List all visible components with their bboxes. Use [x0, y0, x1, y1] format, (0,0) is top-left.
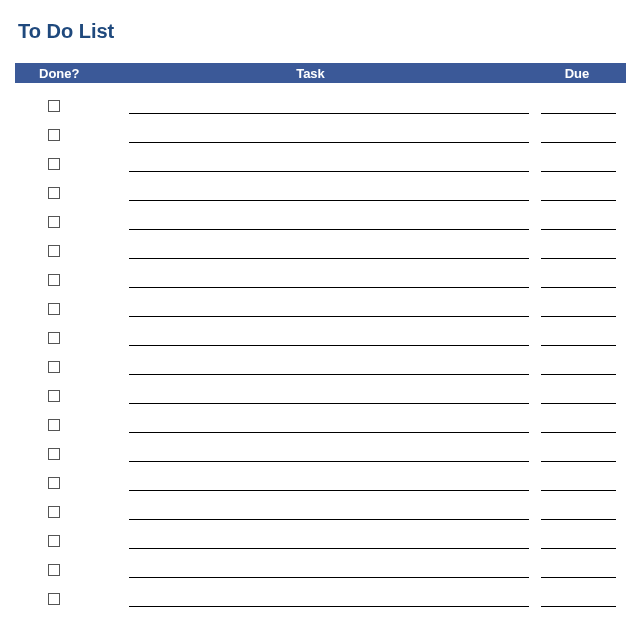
due-input-line[interactable] [541, 200, 616, 201]
task-input-line[interactable] [129, 461, 529, 462]
done-checkbox[interactable] [48, 100, 60, 112]
page-title: To Do List [18, 20, 626, 43]
header-task: Task [89, 66, 532, 81]
due-input-line[interactable] [541, 258, 616, 259]
task-input-line[interactable] [129, 374, 529, 375]
task-input-line[interactable] [129, 200, 529, 201]
done-checkbox[interactable] [48, 158, 60, 170]
due-input-line[interactable] [541, 229, 616, 230]
task-input-line[interactable] [129, 606, 529, 607]
done-cell [19, 526, 89, 555]
done-cell [19, 410, 89, 439]
table-row [15, 207, 626, 236]
done-checkbox[interactable] [48, 477, 60, 489]
done-cell [19, 555, 89, 584]
table-row [15, 555, 626, 584]
table-row [15, 468, 626, 497]
task-input-line[interactable] [129, 316, 529, 317]
done-checkbox[interactable] [48, 129, 60, 141]
task-input-line[interactable] [129, 171, 529, 172]
due-input-line[interactable] [541, 548, 616, 549]
task-input-line[interactable] [129, 490, 529, 491]
due-input-line[interactable] [541, 171, 616, 172]
done-cell [19, 468, 89, 497]
done-checkbox[interactable] [48, 593, 60, 605]
due-input-line[interactable] [541, 519, 616, 520]
table-row [15, 584, 626, 613]
task-input-line[interactable] [129, 229, 529, 230]
done-cell [19, 323, 89, 352]
task-input-line[interactable] [129, 345, 529, 346]
done-cell [19, 120, 89, 149]
table-row [15, 439, 626, 468]
due-input-line[interactable] [541, 142, 616, 143]
done-cell [19, 294, 89, 323]
done-cell [19, 497, 89, 526]
due-input-line[interactable] [541, 374, 616, 375]
due-input-line[interactable] [541, 577, 616, 578]
due-input-line[interactable] [541, 490, 616, 491]
done-cell [19, 91, 89, 120]
header-due: Due [532, 66, 622, 81]
due-input-line[interactable] [541, 316, 616, 317]
done-checkbox[interactable] [48, 245, 60, 257]
done-checkbox[interactable] [48, 187, 60, 199]
done-checkbox[interactable] [48, 535, 60, 547]
table-row [15, 265, 626, 294]
done-checkbox[interactable] [48, 419, 60, 431]
done-cell [19, 178, 89, 207]
table-row [15, 91, 626, 120]
table-row [15, 410, 626, 439]
header-done: Done? [19, 66, 89, 81]
table-row [15, 323, 626, 352]
table-row [15, 236, 626, 265]
done-cell [19, 439, 89, 468]
done-checkbox[interactable] [48, 361, 60, 373]
table-row [15, 178, 626, 207]
done-checkbox[interactable] [48, 216, 60, 228]
done-checkbox[interactable] [48, 564, 60, 576]
done-cell [19, 207, 89, 236]
table-row [15, 381, 626, 410]
done-cell [19, 352, 89, 381]
due-input-line[interactable] [541, 403, 616, 404]
task-input-line[interactable] [129, 113, 529, 114]
done-checkbox[interactable] [48, 274, 60, 286]
due-input-line[interactable] [541, 606, 616, 607]
done-checkbox[interactable] [48, 448, 60, 460]
due-input-line[interactable] [541, 432, 616, 433]
done-checkbox[interactable] [48, 303, 60, 315]
done-cell [19, 265, 89, 294]
table-row [15, 294, 626, 323]
task-input-line[interactable] [129, 432, 529, 433]
done-cell [19, 236, 89, 265]
done-cell [19, 584, 89, 613]
table-row [15, 497, 626, 526]
task-input-line[interactable] [129, 142, 529, 143]
done-checkbox[interactable] [48, 506, 60, 518]
task-input-line[interactable] [129, 519, 529, 520]
due-input-line[interactable] [541, 287, 616, 288]
done-cell [19, 381, 89, 410]
task-input-line[interactable] [129, 287, 529, 288]
task-input-line[interactable] [129, 548, 529, 549]
rows-container [15, 91, 626, 613]
table-row [15, 526, 626, 555]
done-checkbox[interactable] [48, 390, 60, 402]
due-input-line[interactable] [541, 345, 616, 346]
done-checkbox[interactable] [48, 332, 60, 344]
table-header: Done? Task Due [15, 63, 626, 83]
table-row [15, 352, 626, 381]
table-row [15, 149, 626, 178]
task-input-line[interactable] [129, 258, 529, 259]
task-input-line[interactable] [129, 577, 529, 578]
due-input-line[interactable] [541, 461, 616, 462]
done-cell [19, 149, 89, 178]
due-input-line[interactable] [541, 113, 616, 114]
task-input-line[interactable] [129, 403, 529, 404]
table-row [15, 120, 626, 149]
